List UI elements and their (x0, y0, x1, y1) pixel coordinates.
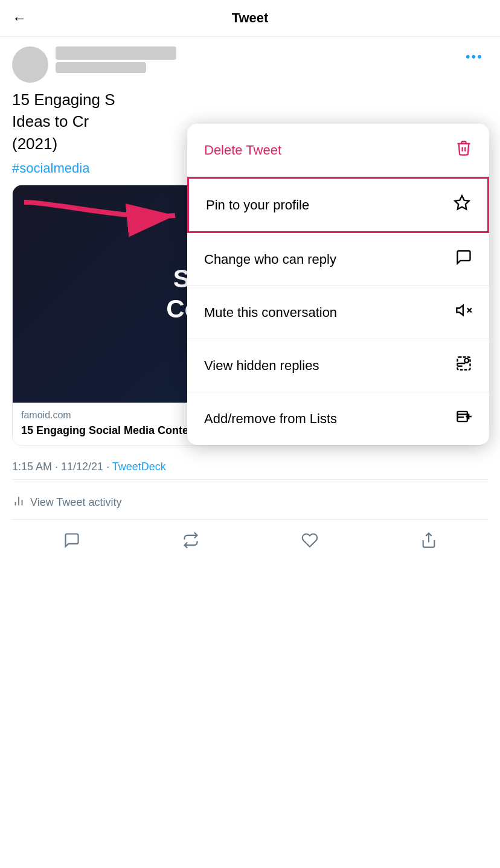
dropdown-menu: Delete Tweet Pin to your profile (187, 124, 489, 445)
dropdown-lists[interactable]: Add/remove from Lists (187, 392, 489, 445)
trash-icon (455, 139, 472, 161)
reply-who-label: Change who can reply (204, 252, 336, 267)
red-arrow (18, 190, 187, 238)
dropdown-pin[interactable]: Pin to your profile (187, 177, 489, 233)
hidden-replies-label: View hidden replies (204, 358, 319, 374)
dropdown-overlay[interactable]: Delete Tweet Pin to your profile (0, 0, 500, 868)
list-add-icon (455, 408, 472, 429)
svg-marker-5 (457, 305, 463, 315)
chat-icon (455, 249, 472, 270)
delete-label: Delete Tweet (204, 142, 281, 158)
svg-point-9 (464, 359, 469, 363)
lists-label: Add/remove from Lists (204, 411, 337, 427)
hidden-icon (455, 355, 472, 376)
dropdown-hidden-replies[interactable]: View hidden replies (187, 339, 489, 392)
dropdown-mute[interactable]: Mute this conversation (187, 286, 489, 339)
mute-icon (455, 302, 472, 323)
dropdown-reply-who[interactable]: Change who can reply (187, 233, 489, 286)
dropdown-delete[interactable]: Delete Tweet (187, 124, 489, 177)
mute-label: Mute this conversation (204, 305, 337, 321)
pin-icon (454, 194, 470, 215)
pin-label: Pin to your profile (206, 197, 309, 213)
